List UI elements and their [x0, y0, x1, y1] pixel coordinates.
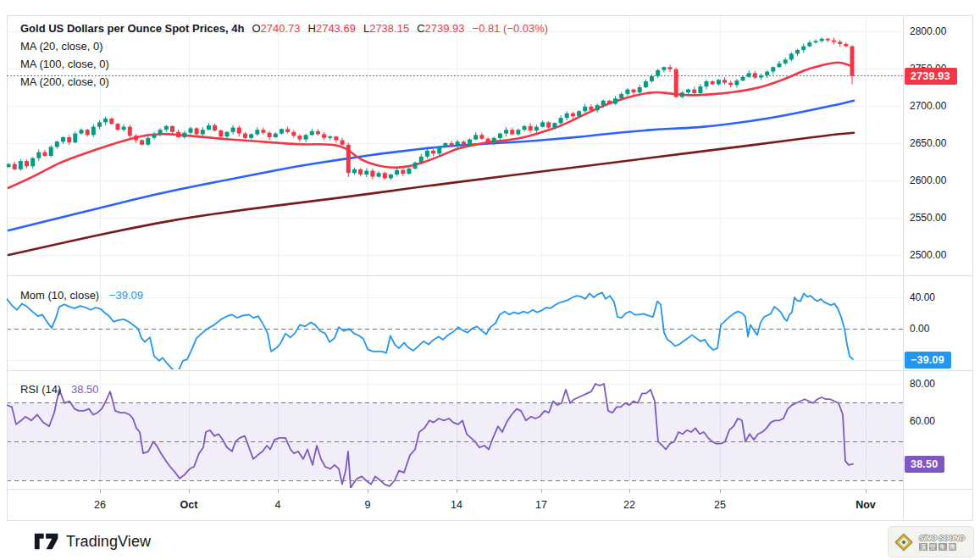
axis-price-badge: 2739.93	[905, 68, 957, 85]
time-axis-label: 26	[94, 499, 106, 511]
tradingview-logo-text: TradingView	[66, 533, 151, 551]
axis-tick-label: 2650.00	[910, 137, 946, 149]
axis-tick-label: 40.00	[910, 291, 935, 303]
time-axis-label: 9	[365, 499, 371, 511]
time-axis-label: 22	[623, 499, 635, 511]
ma100-legend[interactable]: MA (100, close, 0)	[20, 58, 109, 70]
axis-price-badge: −39.09	[905, 352, 951, 369]
price-change: −0.81 (−0.03%)	[473, 22, 549, 35]
ma200-legend[interactable]: MA (200, close, 0)	[20, 75, 109, 88]
axis-tick-label: 2600.00	[910, 175, 946, 186]
momentum-legend-label: Mom (10, close)	[20, 289, 99, 302]
time-axis-label: 14	[451, 499, 462, 511]
tradingview-logo-icon	[34, 531, 59, 552]
axis-tick-label: 80.00	[910, 378, 935, 390]
sino-sound-diamond-icon	[893, 531, 915, 553]
time-axis-label: 4	[275, 499, 281, 511]
ma20-legend[interactable]: MA (20, close, 0)	[20, 40, 103, 53]
time-axis-label: 25	[714, 499, 726, 511]
watermark-title: SiNO SOUND	[919, 534, 965, 542]
watermark-char: 集	[938, 543, 947, 551]
rsi-legend-label: RSI (14)	[20, 383, 61, 396]
axis-tick-label: 2700.00	[910, 100, 946, 112]
tradingview-chart-widget[interactable]: Gold US Dollars per Ounce Spot Prices, 4…	[0, 0, 980, 560]
chart-canvas[interactable]	[0, 0, 980, 560]
ohlc-close: C2739.93	[417, 22, 464, 35]
rsi-legend[interactable]: RSI (14) 38.50	[20, 383, 99, 396]
axis-tick-label: 2800.00	[910, 25, 946, 37]
ohlc-high: H2743.69	[308, 22, 356, 35]
momentum-legend[interactable]: Mom (10, close) −39.09	[20, 289, 143, 302]
time-axis-label: Oct	[180, 499, 198, 511]
watermark-char: 團	[949, 543, 957, 551]
axis-tick-label: 0.00	[910, 323, 929, 335]
watermark-subtitle: 漢聲集團	[919, 543, 965, 551]
symbol-title: Gold US Dollars per Ounce Spot Prices, 4…	[20, 22, 244, 35]
sino-sound-watermark: SiNO SOUND 漢聲集團	[888, 526, 974, 557]
axis-tick-label: 2550.00	[910, 212, 946, 224]
ohlc-open: O2740.73	[252, 22, 300, 35]
axis-tick-label: 60.00	[910, 415, 935, 427]
tradingview-attribution[interactable]: TradingView	[34, 531, 151, 552]
ohlc-low: L2738.15	[363, 22, 409, 35]
rsi-legend-value: 38.50	[71, 383, 99, 396]
symbol-legend[interactable]: Gold US Dollars per Ounce Spot Prices, 4…	[20, 22, 548, 35]
axis-price-badge: 38.50	[905, 456, 944, 473]
axis-tick-label: 2500.00	[910, 249, 946, 261]
momentum-legend-value: −39.09	[109, 289, 143, 302]
watermark-char: 漢	[919, 543, 927, 551]
watermark-char: 聲	[929, 543, 938, 551]
time-axis-label: Nov	[855, 499, 876, 511]
time-axis-label: 17	[535, 499, 547, 511]
